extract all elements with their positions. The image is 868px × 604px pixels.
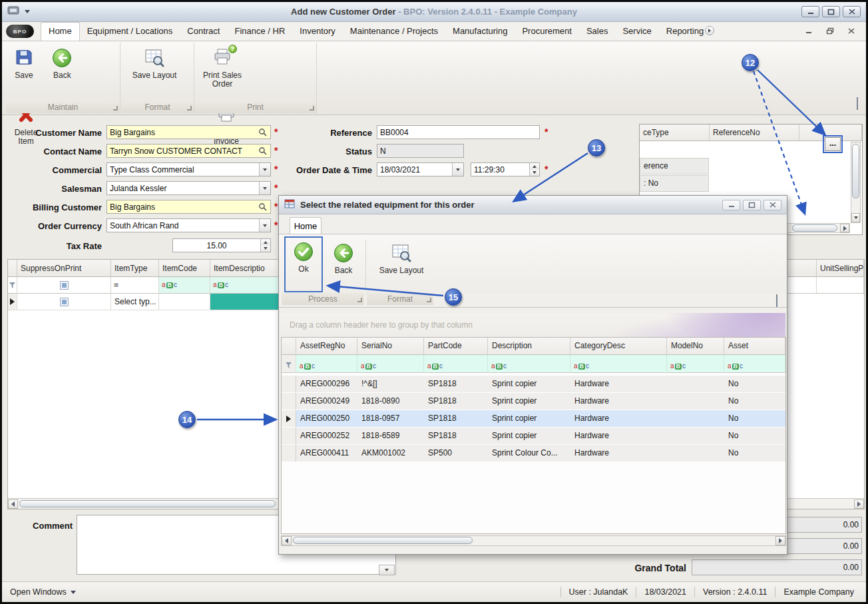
checkbox-icon[interactable]	[60, 281, 69, 290]
dialog-launcher-icon[interactable]	[187, 106, 192, 111]
tab-finance-hr[interactable]: Finance / HR	[227, 23, 292, 41]
dialog-horizontal-scrollbar[interactable]	[281, 535, 786, 546]
mdi-restore-button[interactable]	[822, 25, 838, 37]
cell-item-type[interactable]: Select typ...	[111, 294, 159, 310]
vertical-scrollbar[interactable]	[851, 142, 861, 223]
text-filter-type-icon[interactable]: aBc	[670, 363, 686, 370]
close-button[interactable]	[843, 6, 861, 17]
column-header-serial-no[interactable]: SerialNo	[357, 338, 424, 355]
mdi-minimize-button[interactable]	[801, 25, 817, 37]
contact-name-field[interactable]: Tarryn Snow CUSTOMER CONTACT	[107, 144, 271, 158]
filter-unit-selling-price[interactable]	[817, 277, 864, 294]
text-filter-type-icon[interactable]: aBc	[728, 363, 743, 370]
cell-model-no[interactable]	[667, 410, 724, 427]
customer-name-field[interactable]: Big Bargains	[107, 125, 271, 139]
order-date-field[interactable]: 18/03/2021	[377, 162, 464, 176]
save-button[interactable]: Save	[6, 43, 42, 100]
cell-serial-no[interactable]: 1818-0890	[357, 393, 424, 410]
filter-category-desc[interactable]: aBc	[570, 355, 667, 373]
tax-rate-field[interactable]: 15.00	[172, 238, 271, 252]
column-header-unit-selling-price[interactable]: UnitSellingP	[817, 260, 864, 277]
dialog-launcher-icon[interactable]	[310, 106, 314, 111]
filter-suppress-on-print[interactable]	[17, 277, 111, 294]
equipment-row[interactable]: AREG000411 AKM001002 SP500 Sprint Colour…	[296, 445, 785, 461]
dialog-ribbon-collapse-icon[interactable]	[776, 296, 777, 308]
spinner-control[interactable]	[529, 163, 539, 176]
cell-asset-reg-no[interactable]: AREG000411	[296, 445, 357, 461]
dialog-launcher-icon[interactable]	[427, 298, 431, 302]
column-header-suppress-on-print[interactable]: SuppressOnPrint	[17, 260, 111, 277]
tab-reporting[interactable]: Reporting	[659, 23, 705, 41]
tab-contract[interactable]: Contract	[180, 23, 227, 41]
text-filter-type-icon[interactable]: aBc	[361, 363, 376, 370]
cell-serial-no[interactable]: 1818-6589	[357, 428, 424, 444]
order-currency-dropdown[interactable]: South African Rand	[107, 218, 271, 232]
cell-asset[interactable]: No	[724, 376, 785, 392]
cell-description[interactable]: Sprint copier	[488, 428, 570, 444]
dialog-maximize-button[interactable]	[743, 200, 761, 210]
equipment-row[interactable]: AREG000252 1818-6589 SP1818 Sprint copie…	[296, 428, 785, 444]
cell-serial-no[interactable]: 1818-0957	[357, 410, 424, 427]
cell-part-code[interactable]: SP1818	[424, 410, 488, 427]
filter-asset-reg-no[interactable]: aBc	[296, 355, 357, 373]
comment-dropdown-button[interactable]	[379, 565, 395, 575]
cell-asset[interactable]: No	[724, 445, 785, 461]
spinner-control[interactable]	[260, 239, 270, 252]
text-filter-type-icon[interactable]: aBc	[300, 363, 315, 370]
dialog-launcher-icon[interactable]	[357, 298, 362, 302]
print-sales-order-button[interactable]: ? Print Sales Order	[194, 43, 250, 100]
column-header-asset[interactable]: Asset	[724, 338, 785, 355]
cell-serial-no[interactable]: AKM001002	[357, 445, 424, 461]
cell-model-no[interactable]	[667, 393, 724, 410]
commercial-dropdown[interactable]: Type Class Commercial	[107, 162, 271, 176]
save-layout-button[interactable]: Save Layout	[121, 43, 188, 100]
reference-cell[interactable]: erence	[640, 158, 709, 174]
tab-scroll-right-icon[interactable]	[705, 26, 714, 35]
maximize-button[interactable]	[822, 6, 840, 17]
text-filter-type-icon[interactable]: aBc	[213, 282, 228, 288]
filter-serial-no[interactable]: aBc	[357, 355, 424, 373]
reference-no-column-header[interactable]: ReferenceNo	[710, 125, 799, 141]
filter-item-code[interactable]: aBc	[159, 277, 210, 294]
cell-description[interactable]: Sprint copier	[488, 393, 570, 410]
cell-asset-reg-no[interactable]: AREG000250	[296, 410, 357, 427]
reference-type-column-header[interactable]: ceType	[640, 125, 710, 141]
cell-category-desc[interactable]: Hardware	[570, 376, 667, 392]
cell-description[interactable]: Sprint Colour Co...	[488, 445, 570, 461]
ok-button[interactable]: Ok	[286, 238, 322, 295]
cell-asset[interactable]: No	[724, 393, 785, 410]
ellipsis-button[interactable]: ...	[825, 137, 841, 151]
back-button[interactable]: Back	[45, 43, 79, 100]
column-header-item-code[interactable]: ItemCode	[159, 260, 210, 277]
chevron-down-icon[interactable]	[259, 163, 270, 176]
cell-category-desc[interactable]: Hardware	[570, 393, 667, 410]
cell-model-no[interactable]	[667, 445, 724, 461]
cell-category-desc[interactable]: Hardware	[570, 428, 667, 444]
cell-asset-reg-no[interactable]: AREG000252	[296, 428, 357, 444]
open-windows-button[interactable]: Open Windows	[2, 587, 76, 597]
search-icon[interactable]	[257, 147, 268, 155]
tab-manufacturing[interactable]: Manufacturing	[445, 23, 515, 41]
column-header-asset-reg-no[interactable]: AssetRegNo	[296, 338, 357, 355]
column-header-item-type[interactable]: ItemType	[111, 260, 159, 277]
reference-cell[interactable]: : No	[640, 175, 709, 192]
cell-part-code[interactable]: SP1818	[424, 428, 488, 444]
tab-sales[interactable]: Sales	[579, 23, 616, 41]
dialog-launcher-icon[interactable]	[113, 106, 118, 111]
app-logo[interactable]: BPO	[6, 25, 34, 38]
cell-item-code[interactable]	[159, 294, 210, 310]
mdi-close-button[interactable]	[843, 25, 859, 37]
cell-model-no[interactable]	[667, 376, 724, 392]
ribbon-collapse-icon[interactable]	[857, 99, 858, 111]
cell-model-no[interactable]	[667, 428, 724, 444]
cell-category-desc[interactable]: Hardware	[570, 445, 667, 461]
quick-access-dropdown-icon[interactable]	[25, 10, 30, 13]
order-time-field[interactable]: 11:29:30	[471, 162, 540, 176]
column-header-model-no[interactable]: ModelNo	[667, 338, 724, 355]
dialog-close-button[interactable]	[763, 200, 781, 210]
filter-description[interactable]: aBc	[488, 355, 570, 373]
chevron-down-icon[interactable]	[259, 182, 270, 194]
minimize-button[interactable]	[801, 6, 819, 17]
column-header-category-desc[interactable]: CategoryDesc	[570, 338, 667, 355]
cell-asset[interactable]: No	[724, 410, 785, 427]
